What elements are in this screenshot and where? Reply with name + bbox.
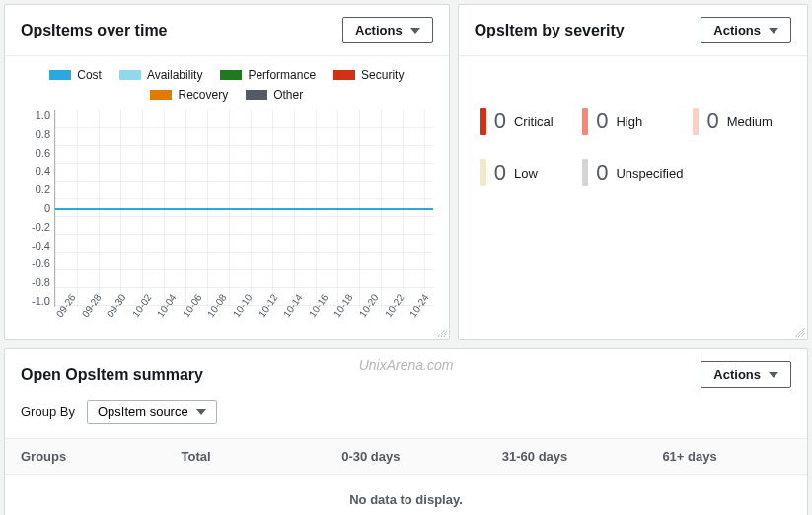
panel-header: OpsItems over time Actions [5, 5, 449, 56]
legend-item[interactable]: Recovery [150, 88, 228, 102]
legend-label: Availability [147, 68, 202, 82]
panel-title: Open OpsItem summary [21, 366, 203, 384]
severity-count: 0 [494, 160, 506, 185]
severity-count: 0 [596, 160, 608, 185]
resize-handle-icon[interactable] [795, 328, 805, 337]
legend-label: Cost [77, 68, 102, 82]
legend-item[interactable]: Availability [119, 68, 202, 82]
legend-swatch [246, 90, 267, 100]
column-header[interactable]: 0-30 days [326, 439, 486, 474]
group-by-select[interactable]: OpsItem source [87, 400, 217, 424]
legend-label: Security [361, 68, 404, 82]
chart-body: CostAvailabilityPerformanceSecurityRecov… [5, 56, 449, 339]
caret-down-icon [410, 28, 420, 34]
open-opsitem-summary-panel: Open OpsItem summary UnixArena.com Actio… [4, 348, 808, 515]
legend-label: Other [273, 88, 303, 102]
severity-label: Critical [514, 114, 554, 129]
column-header[interactable]: Total [166, 439, 327, 474]
y-tick: -0.6 [21, 258, 50, 269]
plot-area [54, 110, 433, 307]
severity-label: Medium [727, 114, 773, 129]
actions-button[interactable]: Actions [342, 17, 433, 43]
severity-item: 0Low [480, 159, 573, 186]
opsitem-by-severity-panel: OpsItem by severity Actions 0Critical0Hi… [458, 4, 808, 340]
severity-grid: 0Critical0High0Medium0Low0Unspecified [475, 68, 791, 206]
data-line [55, 208, 433, 210]
group-by-row: Group By OpsItem source [5, 400, 807, 438]
y-tick: 0.6 [21, 147, 50, 159]
y-tick: 1.0 [21, 110, 50, 121]
watermark-text: UnixArena.com [359, 357, 454, 373]
legend-item[interactable]: Other [246, 88, 303, 102]
panel-header: OpsItem by severity Actions [459, 5, 807, 56]
y-axis: 1.00.80.60.40.20-0.2-0.4-0.6-0.8-1.0 [21, 110, 54, 307]
y-tick: -0.4 [21, 240, 50, 252]
legend-label: Performance [248, 68, 316, 82]
severity-label: High [616, 114, 642, 129]
legend-swatch [333, 70, 355, 80]
empty-state-title: No data to display. [5, 475, 807, 513]
severity-item: 0Critical [480, 108, 573, 135]
severity-body: 0Critical0High0Medium0Low0Unspecified [459, 56, 807, 222]
y-tick: 0 [21, 202, 50, 214]
group-by-label: Group By [21, 405, 75, 419]
severity-count: 0 [494, 109, 506, 134]
severity-item: 0High [582, 108, 683, 135]
legend-swatch [220, 70, 242, 80]
actions-button[interactable]: Actions [701, 361, 791, 388]
severity-color-bar [480, 108, 486, 135]
legend-swatch [119, 70, 141, 80]
legend-label: Recovery [178, 88, 228, 102]
panel-header: Open OpsItem summary UnixArena.com Actio… [5, 349, 807, 400]
y-tick: -0.2 [21, 221, 50, 233]
severity-count: 0 [706, 109, 718, 134]
severity-label: Low [514, 166, 538, 181]
actions-button[interactable]: Actions [701, 17, 791, 43]
severity-color-bar [480, 159, 486, 186]
y-tick: -1.0 [21, 295, 50, 307]
legend-item[interactable]: Cost [49, 68, 102, 82]
opsitems-over-time-panel: OpsItems over time Actions CostAvailabil… [4, 4, 450, 340]
x-axis: 09-2609-2809-3010-0210-0410-0610-0810-10… [54, 313, 433, 324]
summary-table-header: GroupsTotal0-30 days31-60 days61+ days [5, 438, 807, 475]
resize-handle-icon[interactable] [437, 328, 447, 337]
severity-item: 0Medium [693, 108, 785, 135]
panel-title: OpsItems over time [21, 22, 168, 39]
y-tick: 0.4 [21, 165, 50, 177]
severity-color-bar [693, 108, 699, 135]
severity-color-bar [582, 159, 588, 186]
legend-item[interactable]: Performance [220, 68, 316, 82]
y-tick: 0.8 [21, 128, 50, 140]
caret-down-icon [769, 28, 778, 34]
caret-down-icon [196, 409, 206, 415]
legend-item[interactable]: Security [333, 68, 404, 82]
group-by-value: OpsItem source [98, 405, 188, 419]
severity-label: Unspecified [616, 166, 683, 181]
column-header[interactable]: Groups [5, 439, 166, 474]
column-header[interactable]: 31-60 days [486, 439, 647, 474]
actions-label: Actions [713, 367, 761, 382]
severity-item: 0Unspecified [582, 159, 683, 186]
actions-label: Actions [355, 23, 403, 37]
caret-down-icon [769, 372, 778, 378]
chart-legend: CostAvailabilityPerformanceSecurityRecov… [21, 68, 433, 102]
actions-label: Actions [713, 23, 761, 37]
column-header[interactable]: 61+ days [646, 439, 807, 474]
y-tick: 0.2 [21, 184, 50, 195]
chart-area: 1.00.80.60.40.20-0.2-0.4-0.6-0.8-1.0 [21, 110, 433, 307]
panel-title: OpsItem by severity [475, 22, 625, 39]
legend-swatch [150, 90, 172, 100]
severity-count: 0 [596, 109, 608, 134]
severity-color-bar [582, 108, 588, 135]
legend-swatch [49, 70, 71, 80]
y-tick: -0.8 [21, 276, 50, 288]
